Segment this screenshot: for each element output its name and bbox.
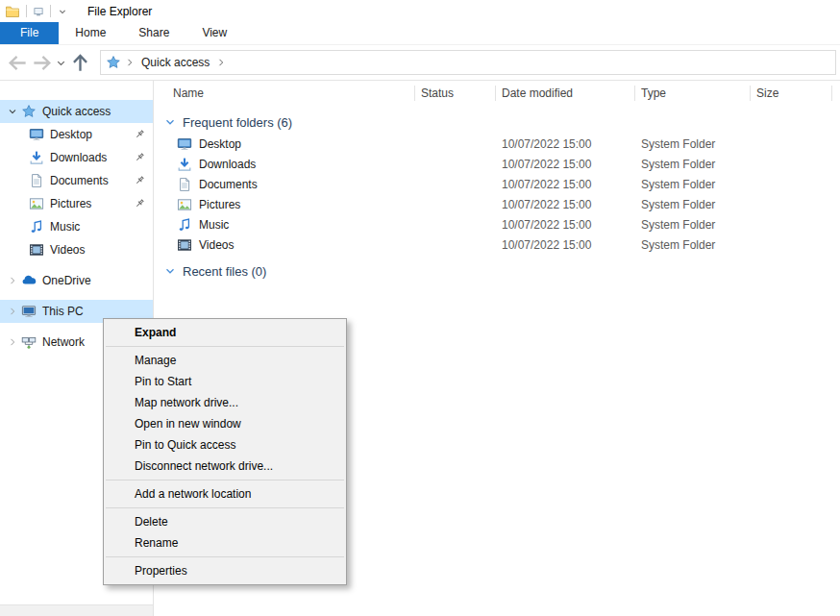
customize-toolbar-dropdown-icon[interactable] [57, 6, 68, 17]
file-explorer-window: File Explorer FileHomeShareView Quick ac… [0, 0, 840, 81]
column-header-date-modified[interactable]: Date modified [496, 81, 635, 106]
chevron-down-icon[interactable] [4, 104, 21, 119]
onedrive-icon [21, 273, 37, 288]
music-icon [177, 217, 192, 233]
quick-access-toolbar-icon[interactable] [33, 6, 44, 17]
file-row-pictures[interactable]: Pictures10/07/2022 15:00System Folder [154, 194, 840, 214]
videos-icon [29, 242, 44, 258]
date-modified-cell: 10/07/2022 15:00 [496, 158, 635, 171]
up-button[interactable] [68, 51, 92, 75]
column-header-size[interactable]: Size [751, 81, 832, 106]
file-row-documents[interactable]: Documents10/07/2022 15:00System Folder [154, 174, 840, 194]
tab-view[interactable]: View [185, 22, 243, 44]
group-chevron-down-icon[interactable] [162, 114, 178, 130]
breadcrumb-chevron-icon[interactable] [215, 57, 227, 68]
sidebar-item-label: Desktop [50, 128, 92, 141]
group-rows: Desktop10/07/2022 15:00System FolderDown… [154, 134, 840, 255]
back-button[interactable] [6, 51, 30, 75]
sidebar-item-videos[interactable]: Videos [0, 238, 153, 261]
sidebar-item-label: OneDrive [42, 274, 91, 287]
tab-share[interactable]: Share [122, 22, 185, 44]
menu-separator [106, 346, 344, 347]
file-row-music[interactable]: Music10/07/2022 15:00System Folder [154, 214, 840, 234]
menu-item-rename[interactable]: Rename [104, 532, 346, 554]
downloads-icon [29, 150, 44, 165]
column-header-label: Type [641, 86, 666, 100]
downloads-icon [177, 157, 192, 172]
pictures-icon [177, 197, 192, 212]
date-modified-cell: 10/07/2022 15:00 [496, 198, 635, 211]
file-name: Desktop [199, 137, 241, 151]
tab-file[interactable]: File [0, 22, 59, 44]
type-cell: System Folder [635, 238, 751, 252]
pictures-icon [29, 196, 44, 211]
menu-item-map-network-drive[interactable]: Map network drive... [104, 392, 346, 413]
group-header-frequent-folders-6[interactable]: Frequent folders (6) [154, 111, 840, 134]
forward-button[interactable] [30, 51, 54, 75]
column-header-status[interactable]: Status [415, 81, 496, 106]
date-modified-cell: 10/07/2022 15:00 [496, 178, 635, 191]
menu-item-open-in-new-window[interactable]: Open in new window [104, 413, 346, 434]
sidebar-item-music[interactable]: Music [0, 215, 153, 238]
date-modified-cell: 10/07/2022 15:00 [496, 218, 635, 232]
group-header-label: Recent files (0) [183, 264, 266, 279]
menu-item-pin-to-quick-access[interactable]: Pin to Quick access [104, 434, 346, 456]
name-cell: Music [154, 217, 415, 233]
address-bar[interactable]: Quick access [100, 50, 836, 75]
menu-item-add-a-network-location[interactable]: Add a network location [104, 483, 346, 505]
titlebar-separator [50, 5, 51, 17]
pin-icon [133, 151, 146, 164]
file-row-videos[interactable]: Videos10/07/2022 15:00System Folder [154, 234, 840, 255]
sidebar-item-label: Videos [50, 243, 85, 257]
breadcrumb-segment[interactable]: Quick access [138, 56, 212, 69]
columns-header: NameStatusDate modifiedTypeSize [154, 81, 840, 106]
quick-access-icon [21, 104, 37, 119]
menu-item-manage[interactable]: Manage [104, 350, 346, 371]
chevron-right-icon[interactable] [4, 334, 21, 350]
sidebar-item-downloads[interactable]: Downloads [0, 146, 153, 169]
documents-icon [29, 173, 44, 188]
group-header-recent-files-0[interactable]: Recent files (0) [154, 259, 840, 283]
sidebar-item-label: Network [42, 335, 85, 349]
column-header-name[interactable]: Name [154, 81, 415, 106]
file-name: Documents [199, 178, 258, 191]
sidebar-item-label: Downloads [50, 151, 107, 164]
column-header-label: Status [421, 86, 454, 100]
sidebar-item-label: Music [50, 220, 80, 234]
tab-home[interactable]: Home [59, 22, 122, 44]
sidebar-item-quick-access[interactable]: Quick access [0, 100, 153, 123]
sidebar-horizontal-scrollbar[interactable] [0, 604, 153, 616]
sidebar-item-documents[interactable]: Documents [0, 169, 153, 192]
type-cell: System Folder [635, 158, 751, 171]
pin-icon [133, 128, 146, 141]
file-row-desktop[interactable]: Desktop10/07/2022 15:00System Folder [154, 134, 840, 154]
file-name: Downloads [199, 158, 256, 171]
name-cell: Videos [154, 237, 415, 253]
date-modified-cell: 10/07/2022 15:00 [496, 238, 635, 252]
titlebar-separator [26, 5, 27, 17]
sidebar-item-pictures[interactable]: Pictures [0, 192, 153, 215]
this-pc-icon [21, 304, 37, 319]
sidebar-item-onedrive[interactable]: OneDrive [0, 269, 153, 292]
group-chevron-down-icon[interactable] [162, 263, 178, 279]
sidebar-item-desktop[interactable]: Desktop [0, 123, 153, 146]
menu-item-expand[interactable]: Expand [104, 322, 346, 343]
sidebar-item-label: Quick access [42, 105, 111, 118]
menu-item-disconnect-network-drive[interactable]: Disconnect network drive... [104, 456, 346, 477]
groups-container: Frequent folders (6)Desktop10/07/2022 15… [154, 111, 840, 283]
column-header-label: Name [173, 86, 204, 100]
file-name: Music [199, 218, 229, 232]
sidebar-item-label: Pictures [50, 197, 91, 210]
chevron-right-icon[interactable] [4, 304, 21, 319]
breadcrumb-chevron-icon[interactable] [124, 57, 136, 68]
column-header-type[interactable]: Type [635, 81, 751, 106]
file-row-downloads[interactable]: Downloads10/07/2022 15:00System Folder [154, 154, 840, 174]
menu-separator [106, 480, 344, 480]
ribbon-tabs: FileHomeShareView [0, 22, 840, 45]
navigation-bar: Quick access [0, 45, 840, 81]
menu-item-properties[interactable]: Properties [104, 560, 346, 581]
menu-item-delete[interactable]: Delete [104, 511, 346, 532]
chevron-right-icon[interactable] [4, 273, 21, 288]
recent-locations-dropdown-icon[interactable] [54, 51, 68, 75]
menu-item-pin-to-start[interactable]: Pin to Start [104, 371, 346, 392]
